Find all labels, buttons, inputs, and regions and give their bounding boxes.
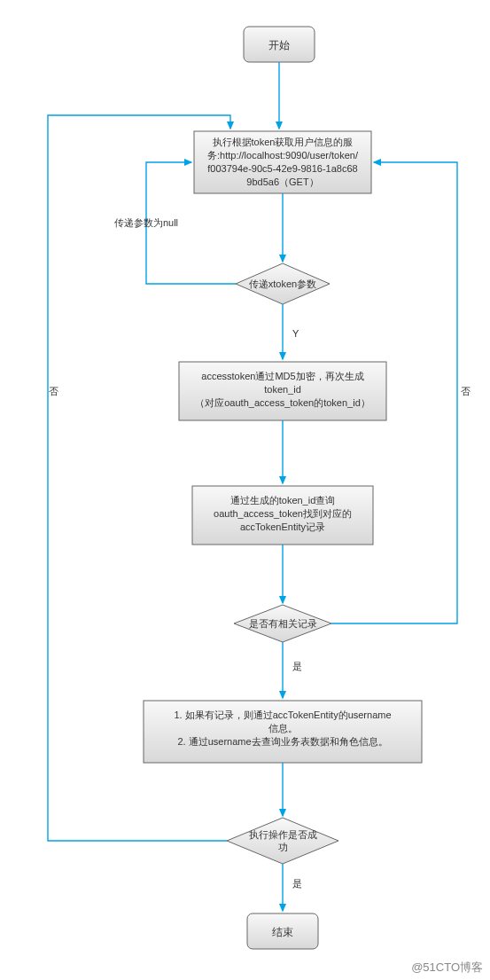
yes1-label: Y bbox=[292, 328, 299, 339]
decision3-node bbox=[227, 818, 338, 864]
step4-line1: 1. 如果有记录，则通过accTokenEntity的username bbox=[174, 710, 391, 720]
decision3-line2: 功 bbox=[278, 842, 288, 852]
flowchart-diagram: 开始 执行根据token获取用户信息的服 务:http://localhost:… bbox=[0, 0, 490, 980]
decision2-label: 是否有相关记录 bbox=[249, 618, 317, 629]
start-label: 开始 bbox=[268, 39, 290, 51]
yes2-label: 是 bbox=[292, 661, 302, 671]
step2-line2: token_id bbox=[264, 384, 301, 395]
step3-line2: oauth_access_token找到对应的 bbox=[214, 508, 352, 519]
step1-line4: 9bd5a6（GET） bbox=[246, 176, 318, 187]
step4-line3: 2. 通过username去查询业务表数据和角色信息。 bbox=[177, 736, 387, 747]
step1-line1: 执行根据token获取用户信息的服 bbox=[213, 137, 354, 147]
null-param-label: 传递参数为null bbox=[114, 217, 178, 228]
watermark-label: @51CTO博客 bbox=[411, 960, 483, 974]
yes3-label: 是 bbox=[292, 878, 302, 889]
step1-line3: f003794e-90c5-42e9-9816-1a8c68 bbox=[207, 163, 357, 174]
step3-line1: 通过生成的token_id查询 bbox=[230, 495, 336, 506]
step1-line2: 务:http://localhost:9090/user/token/ bbox=[207, 150, 359, 161]
decision3-line1: 执行操作是否成 bbox=[249, 829, 317, 840]
step3-line3: accTokenEntity记录 bbox=[240, 521, 325, 532]
no-left-label: 否 bbox=[49, 386, 58, 396]
step4-line2: 信息。 bbox=[268, 723, 298, 733]
step2-line1: accesstoken通过MD5加密，再次生成 bbox=[201, 371, 363, 381]
step2-line3: （对应oauth_access_token的token_id） bbox=[195, 397, 370, 408]
decision1-label: 传递xtoken参数 bbox=[249, 278, 316, 289]
end-label: 结束 bbox=[272, 926, 293, 938]
no-right-label: 否 bbox=[461, 386, 471, 396]
